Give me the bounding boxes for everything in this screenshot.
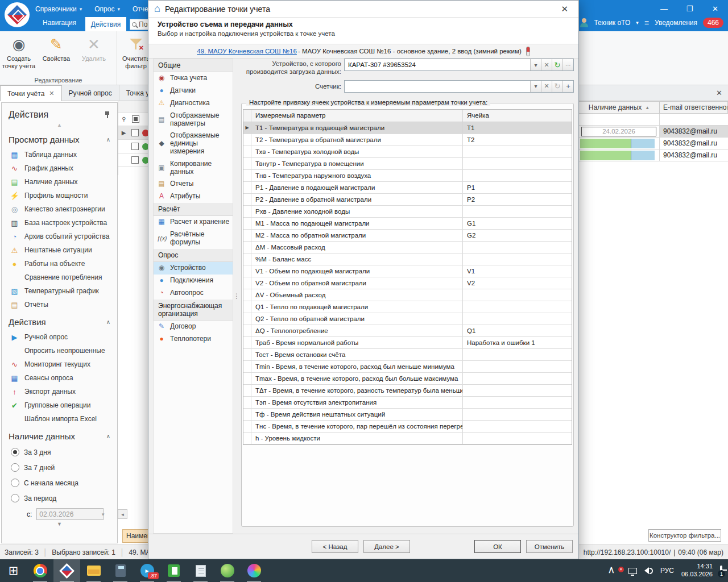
action-center-icon[interactable]: 1 xyxy=(720,567,722,575)
nav-item[interactable]: ▦Расчет и хранение xyxy=(154,216,233,228)
cell-binding-cell[interactable] xyxy=(462,301,572,313)
radio-option[interactable]: За 7 дней xyxy=(2,460,117,475)
network-icon[interactable] xyxy=(628,568,637,574)
nav-item[interactable]: ▤Отображаемые параметры xyxy=(154,110,233,130)
cell-binding-cell[interactable]: Наработка и ошибки 1 xyxy=(462,337,572,348)
table-row[interactable]: Tmax - Время, в течение которого, расход… xyxy=(243,373,572,385)
table-row[interactable]: Р1 - Давление в подающей магистралиP1 xyxy=(243,182,572,194)
filter-builder-button[interactable]: Конструктор фильтра... xyxy=(648,529,721,542)
grid-row[interactable] xyxy=(579,114,728,126)
sidebar-item[interactable]: ∿Мониторинг текущих xyxy=(2,357,117,371)
refresh-icon[interactable]: ↻ xyxy=(552,59,562,70)
notifications-badge[interactable]: 466 xyxy=(703,18,723,28)
grid-row[interactable] xyxy=(118,140,149,153)
language-indicator[interactable]: РУС xyxy=(660,567,674,575)
cell-binding-cell[interactable] xyxy=(462,361,572,372)
table-row[interactable]: Тхв - Температура холодной воды xyxy=(243,146,572,158)
tray-chevron-up-icon[interactable]: ᐱ xyxy=(609,567,614,575)
sidebar-item[interactable]: Шаблон импорта Excel xyxy=(2,412,117,426)
row-checkbox[interactable] xyxy=(131,156,139,164)
nav-item[interactable]: ✎Договор xyxy=(154,321,233,333)
sidebar-item[interactable]: ▧Температурный график xyxy=(2,284,117,298)
sidebar-item[interactable]: ●Работы на объекте xyxy=(2,257,117,271)
table-row[interactable]: %М - Баланс масс xyxy=(243,253,572,265)
refresh-icon[interactable]: ↻ xyxy=(552,81,562,92)
tab-navigation[interactable]: Навигация xyxy=(43,19,76,27)
nav-item[interactable]: ◉Точка учета xyxy=(154,72,233,85)
ellipsis-icon[interactable]: ⋯ xyxy=(562,59,573,70)
cell-binding-cell[interactable]: G2 xyxy=(462,230,572,241)
table-row[interactable]: Тост - Время остановки счёта xyxy=(243,349,572,361)
cell-binding-cell[interactable] xyxy=(462,206,572,217)
nav-item[interactable]: ●Датчики xyxy=(154,85,233,97)
cancel-button[interactable]: Отменить xyxy=(526,540,573,553)
nav-item[interactable]: ◉Устройство xyxy=(154,262,233,275)
nav-item[interactable]: ●Подключения xyxy=(154,275,233,287)
column-header-param[interactable]: Измеряемый параметр xyxy=(251,110,462,122)
table-row[interactable]: Твнутр - Температура в помещении xyxy=(243,158,572,170)
doc-tab-points[interactable]: Точки учёта✕ xyxy=(0,85,62,101)
dialog-close-icon[interactable]: ✕ xyxy=(556,3,573,15)
nav-item[interactable]: ▶◔Автоопрос xyxy=(154,287,233,300)
pin-icon[interactable] xyxy=(105,111,110,118)
cell-binding-cell[interactable]: Q1 xyxy=(462,325,572,336)
nav-item[interactable]: ⚠Диагностика xyxy=(154,97,233,110)
cell-binding-cell[interactable]: P1 xyxy=(462,182,572,193)
panel-scroll-up-icon[interactable]: ▲ xyxy=(2,122,117,129)
table-row[interactable]: ТΔт - Время, в течение которого, разност… xyxy=(243,385,572,397)
back-button[interactable]: < Назад xyxy=(312,540,358,553)
cell-binding-cell[interactable]: P2 xyxy=(462,194,572,205)
table-row[interactable]: Тнв - Температура наружного воздуха xyxy=(243,170,572,182)
sidebar-item[interactable]: ↑Экспорт данных xyxy=(2,385,117,398)
nav-item[interactable]: ƒ(x)Расчётные формулы xyxy=(154,228,233,249)
table-row[interactable]: М1 - Масса по подающей магистралиG1 xyxy=(243,218,572,230)
user-name[interactable]: Техник оТО xyxy=(594,19,630,27)
sidebar-item[interactable]: ▤Наличие данных xyxy=(2,175,117,189)
doc-tab-manual-poll[interactable]: Ручной опрос xyxy=(62,85,119,101)
table-row[interactable]: ▶Т1 - Температура в подающей магистралиT… xyxy=(243,122,572,134)
table-row[interactable]: Т2 - Температура в обратной магистралиT2 xyxy=(243,134,572,146)
splitter-handle[interactable]: ⋮ xyxy=(233,59,240,534)
grid-row[interactable]: 24.02.20269043832@mail.ru xyxy=(579,126,728,138)
grid-row[interactable]: 9043832@mail.ru xyxy=(579,138,728,149)
tab-close-icon[interactable]: ✕ xyxy=(49,90,54,97)
cell-binding-cell[interactable] xyxy=(462,421,572,432)
table-row[interactable]: Q2 - Тепло по обратной магистрали xyxy=(243,313,572,325)
taskbar-app-logo-button[interactable] xyxy=(53,559,80,582)
cell-binding-cell[interactable]: T1 xyxy=(462,122,572,134)
sidebar-item[interactable]: ▦Сеансы опроса xyxy=(2,371,117,385)
sidebar-item[interactable]: ▶Ручной опрос xyxy=(2,330,117,344)
taskbar-telegram-button[interactable]: ▸.87 xyxy=(134,559,160,582)
column-header-cell[interactable]: Ячейка xyxy=(462,110,572,122)
table-row[interactable]: Рхв - Давление холодной воды xyxy=(243,206,572,218)
row-checkbox[interactable] xyxy=(131,143,139,150)
grid-row[interactable]: 9043832@mail.ru xyxy=(579,149,728,161)
table-row[interactable]: Тф - Время действия нештатных ситуаций xyxy=(243,409,572,421)
sidebar-item[interactable]: ◎Качество электроэнергии xyxy=(2,202,117,216)
sidebar-item[interactable]: Опросить неопрошенные xyxy=(2,344,117,357)
sidebar-item[interactable]: ∿График данных xyxy=(2,161,117,175)
cell-binding-cell[interactable] xyxy=(462,385,572,396)
cell-binding-cell[interactable] xyxy=(462,289,572,301)
cell-binding-cell[interactable] xyxy=(462,146,572,157)
radio-option[interactable]: За 3 дня xyxy=(2,444,117,460)
chevron-down-icon[interactable]: ▾ xyxy=(98,508,107,520)
cell-binding-cell[interactable] xyxy=(462,313,572,325)
date-from-input[interactable] xyxy=(36,508,104,520)
cell-binding-cell[interactable]: V2 xyxy=(462,277,572,289)
panel-close-icon[interactable]: ✕ xyxy=(716,89,722,97)
nav-item[interactable]: ●Теплопотери xyxy=(154,333,233,346)
cell-binding-cell[interactable] xyxy=(462,170,572,181)
radio-option[interactable]: С начала месяца xyxy=(2,475,117,490)
row-checkbox[interactable] xyxy=(131,129,139,136)
table-row[interactable]: Тнс - Время, в течение которого, пар пер… xyxy=(243,421,572,433)
panel-scroll-down-icon[interactable]: ▼ xyxy=(2,521,117,527)
taskbar-chrome-button[interactable] xyxy=(27,559,53,582)
tab-actions[interactable]: Действия xyxy=(85,17,126,31)
taskbar-explorer-button[interactable] xyxy=(80,559,107,582)
sidebar-item[interactable]: ⚠Нештатные ситуации xyxy=(2,243,117,257)
nav-item[interactable]: AАтрибуты xyxy=(154,190,233,203)
filter-chip[interactable]: Наимено xyxy=(122,529,149,543)
cell-binding-cell[interactable] xyxy=(462,433,572,444)
taskbar-sputnik-browser-button[interactable] xyxy=(214,559,241,582)
